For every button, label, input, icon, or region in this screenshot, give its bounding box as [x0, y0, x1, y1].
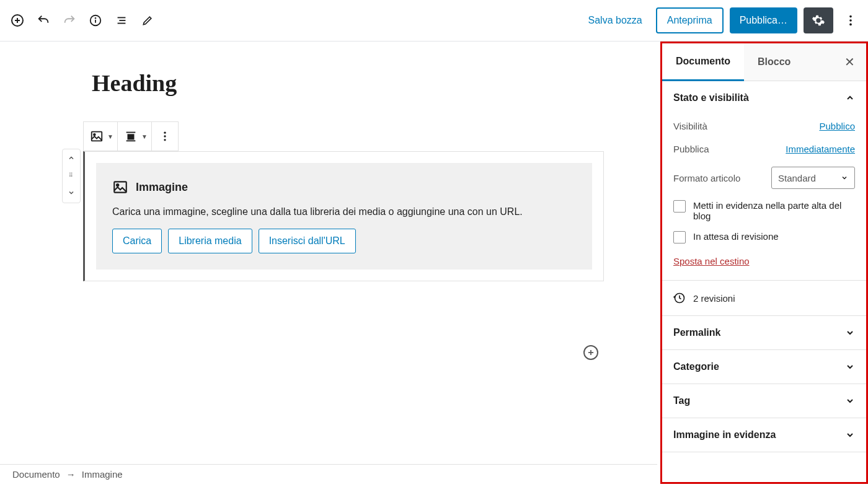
preview-button[interactable]: Anteprima [656, 7, 724, 33]
publish-label: Pubblica [673, 144, 709, 154]
placeholder-title: Immagine [136, 181, 188, 194]
panel-permalink[interactable]: Permalink [662, 316, 866, 349]
outline-icon[interactable] [110, 9, 133, 32]
tab-document[interactable]: Documento [662, 43, 744, 81]
post-title[interactable]: Heading [92, 69, 636, 97]
undo-icon[interactable] [32, 9, 55, 32]
svg-point-11 [849, 24, 852, 26]
chevron-down-icon[interactable]: ▼ [107, 133, 113, 140]
gear-icon [812, 14, 825, 27]
svg-point-10 [849, 19, 852, 22]
svg-point-18 [164, 135, 166, 137]
stick-checkbox[interactable] [673, 200, 686, 213]
publish-button[interactable]: Pubblica… [730, 7, 797, 33]
add-block-icon[interactable] [6, 9, 29, 32]
chevron-down-icon [845, 430, 855, 440]
info-icon[interactable] [84, 9, 107, 32]
add-block-after-icon[interactable] [583, 345, 598, 360]
image-placeholder: Immagine Carica una immagine, scegline u… [96, 163, 592, 270]
panel-featured-image[interactable]: Immagine in evidenza [662, 418, 866, 452]
svg-rect-15 [128, 134, 133, 139]
publish-value[interactable]: Immediatamente [786, 144, 855, 154]
move-down-icon[interactable] [63, 184, 80, 201]
chevron-up-icon [845, 93, 855, 103]
stick-label: Metti in evidenza nella parte alta del b… [693, 200, 855, 221]
history-icon [673, 292, 686, 304]
svg-point-19 [164, 139, 166, 141]
block-toolbar: ▼ ▼ [83, 121, 179, 151]
pending-label: In attesa di revisione [693, 231, 779, 242]
editor-canvas: Heading ⠿ ▼ [0, 42, 660, 484]
breadcrumb-item[interactable]: Immagine [82, 469, 123, 480]
revisions-row[interactable]: 2 revisioni [662, 281, 866, 316]
svg-point-21 [117, 184, 118, 186]
visibility-label: Visibilità [673, 121, 707, 131]
svg-point-17 [164, 132, 166, 134]
more-menu-icon[interactable] [839, 9, 862, 32]
insert-url-button[interactable]: Inserisci dall'URL [259, 229, 356, 253]
format-select[interactable]: Standard [771, 167, 855, 189]
breadcrumb-root[interactable]: Documento [12, 469, 60, 480]
toolbar-right: Salva bozza Anteprima Pubblica… [581, 7, 862, 33]
tab-block[interactable]: Blocco [744, 44, 804, 80]
block-mover: ⠿ [62, 149, 81, 203]
edit-icon[interactable] [136, 9, 159, 32]
close-sidebar-icon[interactable]: ✕ [833, 55, 866, 69]
svg-point-9 [849, 15, 852, 18]
panel-tags[interactable]: Tag [662, 384, 866, 418]
toolbar-left [6, 9, 159, 32]
chevron-down-icon [845, 362, 855, 372]
chevron-down-icon[interactable]: ▼ [141, 133, 148, 140]
image-icon [112, 179, 128, 195]
block-more-icon[interactable] [156, 127, 174, 146]
settings-button[interactable] [804, 7, 833, 33]
chevron-down-icon [845, 396, 855, 406]
settings-sidebar: Documento Blocco ✕ Stato e visibilità Vi… [660, 42, 868, 484]
placeholder-desc: Carica una immagine, scegline una dalla … [112, 206, 576, 217]
svg-point-13 [94, 134, 95, 136]
redo-icon[interactable] [58, 9, 81, 32]
panel-status-head[interactable]: Stato e visibilità [662, 81, 866, 115]
chevron-down-icon [841, 174, 848, 182]
sidebar-tabs: Documento Blocco ✕ [662, 43, 866, 81]
media-library-button[interactable]: Libreria media [168, 229, 252, 253]
block-type-icon[interactable] [87, 127, 106, 146]
drag-handle-icon[interactable]: ⠿ [63, 167, 80, 184]
panel-status: Stato e visibilità Visibilità Pubblico P… [662, 81, 866, 281]
pending-checkbox[interactable] [673, 231, 686, 243]
svg-point-5 [95, 18, 96, 19]
panel-categories[interactable]: Categorie [662, 350, 866, 384]
align-icon[interactable] [122, 127, 140, 146]
image-block: ▼ ▼ [83, 121, 604, 281]
move-up-icon[interactable] [63, 149, 80, 167]
visibility-value[interactable]: Pubblico [819, 121, 855, 131]
save-draft-link[interactable]: Salva bozza [581, 15, 650, 26]
trash-link[interactable]: Sposta nel cestino [673, 248, 855, 269]
chevron-down-icon [845, 328, 855, 338]
top-toolbar: Salva bozza Anteprima Pubblica… [0, 0, 868, 42]
breadcrumb-sep: → [66, 469, 76, 480]
upload-button[interactable]: Carica [112, 229, 162, 253]
breadcrumb: Documento → Immagine [0, 464, 657, 484]
format-label: Formato articolo [673, 173, 740, 183]
